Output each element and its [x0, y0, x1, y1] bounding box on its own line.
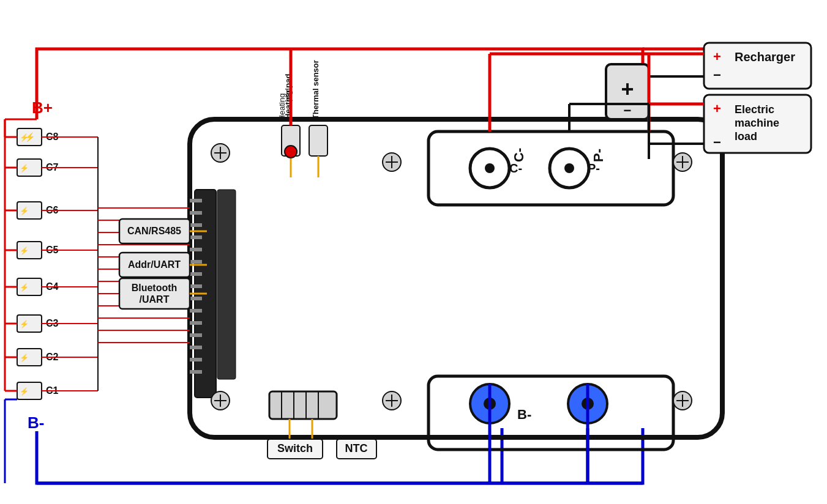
bplus-label: B+ — [32, 98, 53, 117]
svg-rect-104 — [190, 370, 202, 374]
svg-text:⚡: ⚡ — [20, 283, 29, 292]
svg-text:Bluetooth: Bluetooth — [132, 283, 178, 293]
svg-rect-161 — [217, 190, 236, 379]
svg-text:machine: machine — [735, 117, 779, 129]
svg-text:⚡: ⚡ — [20, 163, 29, 172]
svg-rect-101 — [190, 333, 202, 337]
svg-text:+: + — [713, 49, 721, 64]
svg-point-3 — [485, 163, 495, 173]
ntc-label: NTC — [345, 442, 368, 454]
svg-text:C-: C- — [511, 148, 526, 162]
svg-text:+: + — [621, 76, 634, 102]
svg-rect-98 — [190, 297, 202, 300]
svg-rect-96 — [190, 272, 202, 276]
svg-text:Thermal sensor: Thermal sensor — [311, 60, 320, 119]
svg-rect-93 — [190, 235, 202, 239]
svg-text:B-: B- — [517, 407, 531, 422]
svg-rect-141 — [269, 391, 337, 419]
svg-text:load: load — [735, 130, 757, 143]
svg-rect-90 — [190, 199, 202, 202]
svg-text:⚡: ⚡ — [20, 387, 29, 396]
svg-text:⚡: ⚡ — [20, 353, 29, 362]
svg-text:⚡: ⚡ — [20, 246, 29, 255]
svg-text:C-: C- — [509, 161, 522, 175]
svg-text:P-: P- — [591, 149, 606, 162]
svg-text:P-: P- — [588, 161, 600, 175]
svg-text:⚡: ⚡ — [20, 319, 29, 328]
svg-point-5 — [564, 163, 574, 173]
svg-text:−: − — [713, 67, 721, 83]
svg-rect-99 — [190, 309, 202, 313]
svg-text:/UART: /UART — [140, 294, 170, 305]
svg-rect-103 — [190, 358, 202, 361]
svg-point-122 — [285, 146, 297, 158]
svg-text:+: + — [713, 101, 721, 116]
bminus-label: B- — [28, 413, 44, 432]
svg-text:⚡: ⚡ — [20, 133, 29, 142]
addr-uart-label: Addr/UART — [128, 259, 181, 270]
recharger-label: Recharger — [735, 50, 795, 64]
svg-rect-91 — [190, 211, 202, 215]
svg-rect-102 — [190, 346, 202, 349]
switch-label: Switch — [277, 442, 313, 454]
svg-rect-92 — [190, 223, 202, 227]
svg-rect-97 — [190, 284, 202, 288]
svg-rect-95 — [190, 260, 202, 264]
can-rs485-label: CAN/RS485 — [127, 226, 181, 236]
svg-rect-0 — [190, 119, 722, 437]
svg-rect-100 — [190, 321, 202, 325]
svg-text:−: − — [713, 135, 721, 150]
svg-rect-94 — [190, 248, 202, 251]
svg-rect-117 — [309, 125, 327, 156]
svg-text:⚡: ⚡ — [20, 206, 29, 215]
svg-text:Electric: Electric — [735, 103, 774, 116]
